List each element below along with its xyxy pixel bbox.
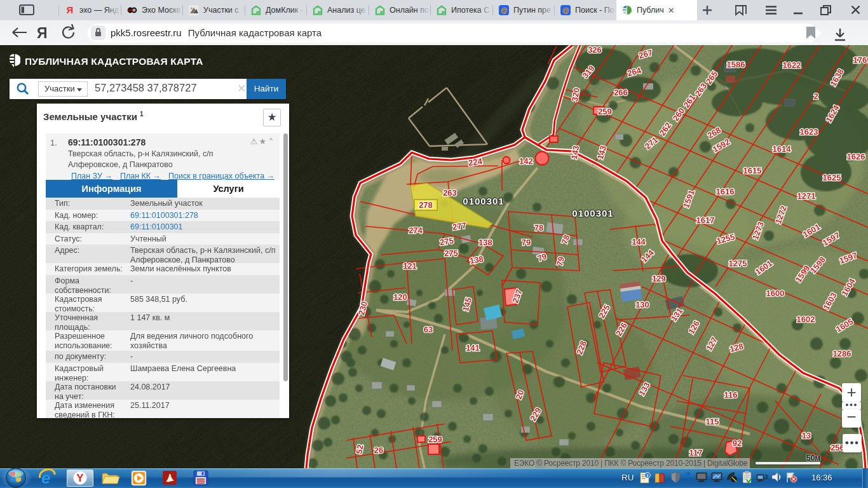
svg-text:120: 120: [393, 292, 407, 302]
svg-text:1615: 1615: [743, 166, 762, 175]
svg-text:1271: 1271: [797, 191, 816, 201]
svg-text:141: 141: [466, 343, 480, 353]
svg-text:1622: 1622: [783, 60, 801, 70]
svg-text:i: i: [647, 473, 648, 478]
svg-text:2: 2: [813, 92, 818, 101]
svg-text:63: 63: [424, 325, 433, 334]
svg-text:79: 79: [522, 238, 531, 247]
svg-text:Y: Y: [76, 472, 84, 484]
svg-text:1623: 1623: [800, 127, 818, 137]
svg-text:115: 115: [706, 417, 719, 426]
svg-text:52: 52: [354, 444, 365, 455]
svg-text:1275: 1275: [729, 259, 747, 268]
svg-text:142: 142: [519, 156, 533, 166]
svg-text:0100301: 0100301: [572, 208, 613, 219]
svg-text:259: 259: [598, 107, 612, 116]
svg-text:1769: 1769: [853, 55, 868, 65]
svg-text:129: 129: [652, 274, 666, 283]
svg-text:0100301: 0100301: [463, 196, 504, 207]
svg-text:92: 92: [733, 438, 742, 448]
svg-text:224: 224: [468, 156, 483, 168]
svg-text:1614: 1614: [773, 144, 792, 154]
svg-text:1625: 1625: [823, 173, 841, 182]
svg-text:1602: 1602: [797, 315, 815, 324]
svg-text:13: 13: [802, 431, 811, 440]
svg-text:277: 277: [452, 220, 467, 232]
svg-text:121: 121: [403, 261, 417, 271]
svg-text:@: @: [501, 6, 508, 14]
svg-text:117: 117: [689, 448, 703, 458]
svg-text:138: 138: [478, 238, 492, 247]
svg-text:275: 275: [444, 248, 458, 258]
svg-text:26: 26: [374, 445, 383, 455]
svg-text:263: 263: [443, 188, 457, 198]
svg-text:326: 326: [588, 45, 602, 55]
svg-text:1586: 1586: [727, 60, 745, 69]
svg-text:144: 144: [632, 237, 646, 247]
svg-text:275: 275: [439, 236, 454, 247]
svg-text:78: 78: [534, 223, 543, 233]
svg-text:278: 278: [419, 200, 433, 210]
svg-text:274: 274: [409, 226, 423, 235]
svg-text:1286: 1286: [833, 349, 851, 358]
svg-text:@: @: [562, 6, 569, 14]
svg-text:130: 130: [635, 300, 649, 309]
svg-text:266: 266: [614, 88, 628, 97]
svg-text:1600: 1600: [766, 288, 785, 298]
svg-text:116: 116: [724, 390, 738, 400]
svg-text:1626: 1626: [847, 152, 865, 161]
svg-text:1617: 1617: [696, 215, 715, 225]
svg-text:259: 259: [428, 435, 442, 444]
svg-text:1616: 1616: [716, 187, 735, 196]
svg-text:Я: Я: [37, 25, 48, 41]
